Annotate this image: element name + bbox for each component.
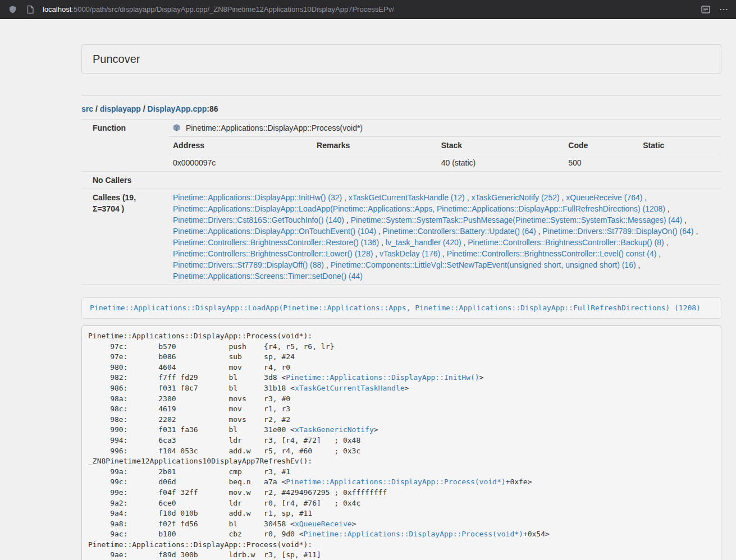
code-symbol-link[interactable]: xTaskGenericNotify	[295, 425, 374, 434]
code-symbol-link[interactable]: Pinetime::Applications::DisplayApp::Proc…	[286, 478, 505, 486]
callee-separator: ,	[664, 238, 669, 247]
callee-separator: ,	[642, 193, 647, 202]
callee-separator: ,	[440, 249, 447, 258]
url-bar[interactable]: localhost:5000/path/src/displayapp/Displ…	[42, 5, 694, 13]
remarks-value	[312, 154, 437, 172]
code-text: >	[374, 425, 378, 434]
url-host: localhost	[43, 5, 71, 13]
code-text: 982: f7ff fd29 bl 3d8 <	[88, 373, 286, 382]
code-text: 9ac: b180 cbz r0, 9d0 <	[88, 530, 304, 538]
callee-separator: ,	[465, 193, 472, 202]
metrics-header-row: AddressRemarksStackCodeStatic	[168, 137, 721, 154]
reader-mode-icon[interactable]	[699, 3, 712, 16]
breadcrumb-link[interactable]: src	[81, 104, 93, 113]
code-value: 500	[564, 154, 638, 172]
code-text: 990: f031 fa36 bl 31e00 <	[88, 425, 295, 434]
callee-separator: ,	[560, 193, 566, 202]
metrics-value-row: 0x0000097c 40 (static) 500	[168, 154, 721, 172]
page-content: Puncover src / displayapp / DisplayApp.c…	[81, 44, 721, 560]
code-symbol-link[interactable]: Pinetime::Applications::DisplayApp::Proc…	[304, 530, 523, 538]
code-text: >	[479, 373, 484, 382]
callee-separator: ,	[376, 227, 383, 236]
metrics-cell: AddressRemarksStackCodeStatic 0x0000097c…	[168, 137, 721, 172]
callee-separator: ,	[379, 238, 386, 247]
function-name: Pinetime::Applications::DisplayApp::Proc…	[186, 123, 363, 132]
no-callers-row: No Callers	[81, 172, 721, 189]
callee-separator: ,	[694, 227, 698, 236]
code-text: Pinetime::Applications::DisplayApp::Proc…	[88, 540, 312, 549]
breadcrumb: src / displayapp / DisplayApp.cpp:86	[81, 103, 721, 114]
code-symbol-link[interactable]: xQueueReceive	[295, 520, 352, 528]
no-callers-cell	[168, 172, 721, 189]
callee-link[interactable]: Pinetime::System::SystemTask::PushMessag…	[351, 215, 683, 224]
divider	[81, 95, 721, 96]
callee-link[interactable]: Pinetime::Controllers::BrightnessControl…	[173, 249, 373, 258]
callee-link[interactable]: Pinetime::Applications::Screens::Timer::…	[173, 272, 363, 281]
code-text: 996: f104 053c add.w r5, r4, #60 ; 0x3c	[88, 447, 360, 455]
callee-separator: ,	[536, 227, 543, 236]
code-text: +0xfe>	[506, 478, 532, 486]
code-text: 97e: b086 sub sp, #24	[88, 352, 295, 361]
breadcrumb-link[interactable]: displayapp	[100, 104, 141, 113]
callee-link[interactable]: Pinetime::Controllers::BrightnessControl…	[173, 238, 379, 247]
callee-separator: ,	[342, 193, 349, 202]
callee-link[interactable]: xTaskGenericNotify (252)	[471, 193, 559, 202]
page-info-icon[interactable]	[24, 3, 37, 16]
metrics-header: Static	[638, 137, 721, 154]
code-text: _ZN8Pinetime12Applications10DisplayApp7R…	[88, 457, 312, 465]
callee-link[interactable]: Pinetime::Controllers::Battery::Update()…	[383, 227, 536, 236]
app-title: Puncover	[93, 53, 140, 65]
metrics-header: Code	[564, 137, 638, 154]
code-text: 980: 4604 mov r4, r0	[88, 363, 290, 371]
callees-label: Callees (19, Σ=3704 )	[81, 189, 168, 285]
callee-link[interactable]: Pinetime::Applications::DisplayApp::Init…	[173, 193, 342, 202]
code-symbol-link[interactable]: xTaskGetCurrentTaskHandle	[295, 384, 405, 392]
callee-link[interactable]: xTaskGetCurrentTaskHandle (12)	[349, 193, 465, 202]
callee-link[interactable]: Pinetime::Drivers::St7789::DisplayOff() …	[173, 260, 324, 269]
function-cell: Pinetime::Applications::DisplayApp::Proc…	[168, 120, 721, 137]
address-value: 0x0000097c	[168, 154, 312, 172]
callee-link[interactable]: Pinetime::Drivers::St7789::DisplayOn() (…	[542, 227, 693, 236]
metrics-header: Address	[168, 137, 312, 154]
callee-link[interactable]: Pinetime::Controllers::BrightnessControl…	[468, 238, 664, 247]
callees-list: Pinetime::Applications::DisplayApp::Init…	[168, 189, 721, 285]
code-text: >	[352, 520, 356, 528]
callee-link[interactable]: vTaskDelay (176)	[380, 249, 440, 258]
overflow-menu-icon[interactable]: ⋯	[717, 3, 730, 16]
callee-separator: ,	[682, 215, 687, 224]
callee-link[interactable]: Pinetime::Drivers::Cst816S::GetTouchInfo…	[173, 215, 344, 224]
breadcrumb-separator: /	[141, 104, 148, 113]
shield-icon[interactable]	[6, 3, 19, 16]
callee-link[interactable]: xQueueReceive (764)	[566, 193, 642, 202]
metrics-header: Stack	[437, 137, 564, 154]
browser-toolbar: localhost:5000/path/src/displayapp/Displ…	[0, 0, 736, 19]
breadcrumb-link[interactable]: DisplayApp.cpp	[148, 104, 207, 113]
code-text: 9a4: f10d 010b add.w r1, sp, #11	[88, 509, 312, 517]
callee-link[interactable]: Pinetime::Applications::DisplayApp::OnTo…	[173, 227, 376, 236]
callee-link[interactable]: Pinetime::Applications::DisplayApp::Load…	[173, 204, 665, 213]
code-text: 98c: 4619 mov r1, r3	[88, 405, 290, 413]
app-header-panel: Puncover	[81, 44, 721, 74]
highlighted-symbol-well: Pinetime::Applications::DisplayApp::Load…	[81, 297, 721, 319]
metrics-header: Remarks	[312, 137, 437, 154]
code-text: +0x54>	[523, 530, 550, 538]
code-text: 994: 6ca3 ldr r3, [r4, #72] ; 0x48	[88, 436, 360, 444]
callee-link[interactable]: Pinetime::Controllers::BrightnessControl…	[447, 249, 656, 258]
callee-separator: ,	[461, 238, 468, 247]
code-text: 9a8: f02f fd56 bl 30458 <	[88, 520, 295, 528]
code-text: 98a: 2300 movs r3, #0	[88, 394, 290, 403]
callee-link[interactable]: lv_task_handler (420)	[386, 238, 461, 247]
code-symbol-link[interactable]: Pinetime::Applications::DisplayApp::Init…	[286, 373, 479, 382]
disassembly: Pinetime::Applications::DisplayApp::Proc…	[81, 325, 721, 560]
code-text: >	[405, 384, 409, 392]
code-text: 97c: b570 push {r4, r5, r6, lr}	[88, 342, 334, 351]
highlighted-symbol-link[interactable]: Pinetime::Applications::DisplayApp::Load…	[90, 304, 701, 312]
code-text: 99e: f04f 32ff mov.w r2, #4294967295 ; 0…	[88, 488, 387, 497]
function-row: Function Pinetime::Applications::Display…	[81, 120, 721, 137]
callee-link[interactable]: Pinetime::Components::LittleVgl::SetNewT…	[331, 260, 636, 269]
callee-separator: ,	[665, 204, 670, 213]
code-text: 98e: 2202 movs r2, #2	[88, 415, 290, 424]
callee-separator: ,	[636, 260, 641, 269]
code-text: 986: f031 f8c7 bl 31b18 <	[88, 384, 295, 392]
code-text: 99a: 2b01 cmp r3, #1	[88, 467, 290, 476]
